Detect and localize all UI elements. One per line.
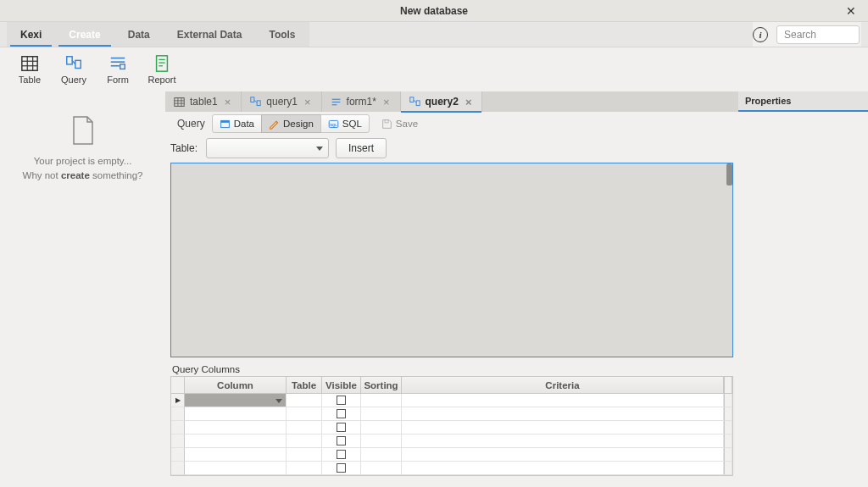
menu-app[interactable]: Kexi [7,22,55,47]
grid-row[interactable] [171,394,732,407]
grid-scrollbar[interactable] [724,434,732,448]
cell-visible[interactable] [322,421,361,434]
cell-table[interactable] [287,434,322,448]
info-icon[interactable]: i [753,27,768,42]
cell-criteria[interactable] [402,448,724,462]
cell-column[interactable] [185,434,287,448]
cell-table[interactable] [287,448,322,462]
view-design-label: Design [283,119,314,129]
svg-rect-5 [67,57,72,64]
cell-sorting[interactable] [361,407,402,421]
tab-label: form1* [347,96,376,108]
view-data-button[interactable]: Data [212,114,262,133]
tab-query1[interactable]: query1 × [242,91,321,112]
cell-sorting[interactable] [361,394,402,407]
svg-rect-11 [120,64,125,69]
save-button[interactable]: Save [375,114,425,133]
cell-sorting[interactable] [361,462,402,475]
close-icon[interactable]: × [381,97,392,108]
grid-row[interactable] [171,407,732,421]
grid-scrollbar[interactable] [724,462,732,475]
close-icon[interactable]: × [464,97,474,108]
properties-header[interactable]: Properties [738,91,868,112]
checkbox-icon[interactable] [337,423,346,432]
close-icon[interactable]: × [223,97,233,108]
svg-rect-12 [157,56,168,71]
row-header[interactable] [171,394,185,407]
cell-column[interactable] [185,448,287,462]
cell-column[interactable] [185,462,287,475]
close-icon[interactable]: ✕ [841,0,861,22]
cell-sorting[interactable] [361,448,402,462]
cell-criteria[interactable] [402,434,724,448]
cell-visible[interactable] [322,448,361,462]
cell-column[interactable] [185,394,287,407]
tab-form1[interactable]: form1* × [322,91,401,112]
canvas-scrollbar[interactable] [726,163,732,185]
hdr-sorting[interactable]: Sorting [361,377,402,393]
menu-data[interactable]: Data [114,22,164,47]
menu-tools[interactable]: Tools [255,22,309,47]
svg-rect-6 [75,60,81,68]
row-header[interactable] [171,407,185,421]
grid-scrollbar[interactable] [724,407,732,421]
svg-text:SQL: SQL [330,122,337,126]
view-design-button[interactable]: Design [261,114,321,133]
insert-label: Insert [348,142,374,154]
hdr-criteria[interactable]: Criteria [402,377,724,393]
checkbox-icon[interactable] [337,450,346,459]
cell-visible[interactable] [322,462,361,475]
menu-create[interactable]: Create [55,22,114,47]
row-header[interactable] [171,421,185,434]
cell-criteria[interactable] [402,421,724,434]
empty-line2: Why not create something? [23,169,143,183]
cell-table[interactable] [287,421,322,434]
grid-scrollbar[interactable] [724,394,732,407]
cell-table[interactable] [287,407,322,421]
cell-column[interactable] [185,421,287,434]
view-sql-button[interactable]: SQL SQL [320,114,370,133]
grid-scrollbar[interactable] [724,377,732,393]
cell-criteria[interactable] [402,407,724,421]
row-header[interactable] [171,434,185,448]
search-input[interactable]: Search [776,25,860,44]
checkbox-icon[interactable] [337,463,346,473]
grid-row[interactable] [171,448,732,462]
row-header[interactable] [171,448,185,462]
cell-sorting[interactable] [361,434,402,448]
hdr-table[interactable]: Table [287,377,322,393]
tab-query2[interactable]: query2 × [401,91,483,112]
cell-table[interactable] [287,462,322,475]
insert-button[interactable]: Insert [336,138,387,158]
cell-column[interactable] [185,407,287,421]
cell-visible[interactable] [322,434,361,448]
grid-scrollbar[interactable] [724,448,732,462]
tool-table[interactable]: Table [12,54,47,85]
checkbox-icon[interactable] [337,409,346,418]
grid-row[interactable] [171,421,732,434]
cell-visible[interactable] [322,407,361,421]
tool-report[interactable]: Report [144,54,180,85]
grid-row[interactable] [171,434,732,448]
hdr-visible[interactable]: Visible [322,377,361,393]
cell-criteria[interactable] [402,394,724,407]
cell-criteria[interactable] [402,462,724,475]
tab-table1[interactable]: table1 × [165,91,242,112]
grid-scrollbar[interactable] [724,421,732,434]
relations-canvas[interactable] [170,163,733,357]
table-selector-row: Table: Insert [165,136,738,161]
table-combo[interactable] [206,138,329,158]
row-header[interactable] [171,462,185,475]
grid-row[interactable] [171,462,732,475]
cell-visible[interactable] [322,394,361,407]
tool-form[interactable]: Form [100,54,136,85]
checkbox-icon[interactable] [337,436,346,445]
cell-table[interactable] [287,394,322,407]
cell-sorting[interactable] [361,421,402,434]
menu-external-data[interactable]: External Data [164,22,256,47]
close-icon[interactable]: × [303,97,313,108]
menu-app-label: Kexi [20,29,42,41]
checkbox-icon[interactable] [337,396,346,405]
hdr-column[interactable]: Column [185,377,287,393]
tool-query[interactable]: Query [56,54,92,85]
